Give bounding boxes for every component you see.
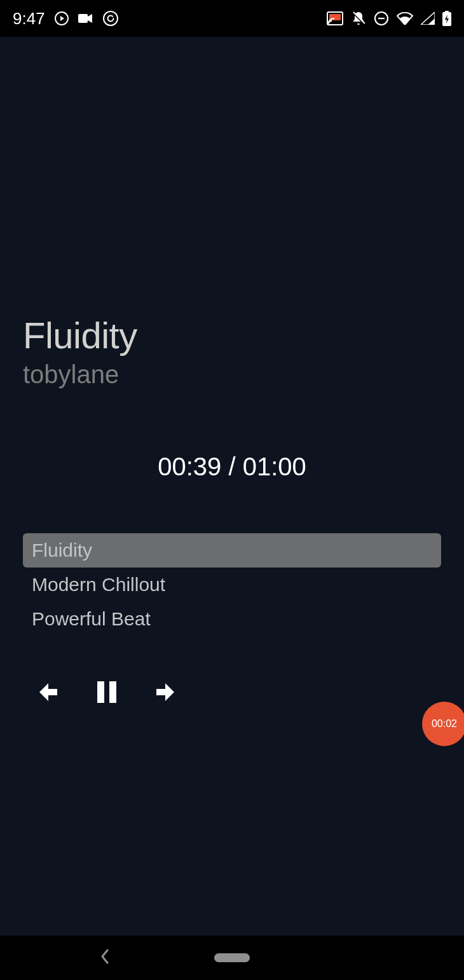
track-artist: tobylane [23, 360, 441, 389]
status-bar: 9:47 [0, 0, 464, 37]
svg-rect-12 [109, 681, 116, 703]
pause-icon [93, 679, 120, 705]
playlist: Fluidity Modern Chillout Powerful Beat [23, 533, 441, 636]
playback-controls [23, 677, 441, 707]
do-not-disturb-icon [374, 11, 389, 26]
bell-off-icon [351, 11, 366, 26]
previous-button[interactable] [32, 677, 62, 707]
playlist-item-label: Fluidity [32, 540, 92, 561]
arrow-left-icon [33, 678, 61, 706]
svg-point-2 [104, 11, 118, 25]
status-clock: 9:47 [13, 9, 45, 29]
recording-badge-label: 00:02 [432, 718, 457, 730]
status-left: 9:47 [13, 9, 119, 29]
playlist-item[interactable]: Powerful Beat [23, 602, 441, 636]
next-button[interactable] [151, 677, 182, 707]
playlist-item-label: Powerful Beat [32, 608, 151, 630]
player-screen: Fluidity tobylane 00:39 / 01:00 Fluidity… [0, 37, 464, 936]
system-nav-bar [0, 936, 464, 980]
at-circle-icon [102, 10, 119, 27]
recording-time-badge[interactable]: 00:02 [422, 702, 464, 746]
svg-rect-1 [78, 14, 88, 23]
svg-rect-11 [97, 681, 104, 703]
playlist-item[interactable]: Modern Chillout [23, 568, 441, 602]
track-title: Fluidity [23, 314, 441, 357]
nav-home-pill[interactable] [214, 953, 250, 962]
video-camera-icon [78, 13, 93, 24]
playlist-item[interactable]: Fluidity [23, 533, 441, 568]
svg-rect-10 [445, 11, 449, 13]
playlist-item-label: Modern Chillout [32, 574, 165, 595]
wifi-icon [397, 12, 413, 25]
pause-button[interactable] [92, 677, 122, 707]
chevron-left-icon [99, 956, 111, 967]
arrow-right-icon [153, 678, 181, 706]
cellular-signal-icon [421, 12, 435, 25]
battery-charging-icon [442, 11, 451, 26]
time-display: 00:39 / 01:00 [23, 453, 441, 481]
nav-back-button[interactable] [99, 948, 111, 968]
status-right [327, 11, 451, 26]
play-circle-icon [54, 11, 69, 26]
cast-icon [327, 11, 343, 25]
